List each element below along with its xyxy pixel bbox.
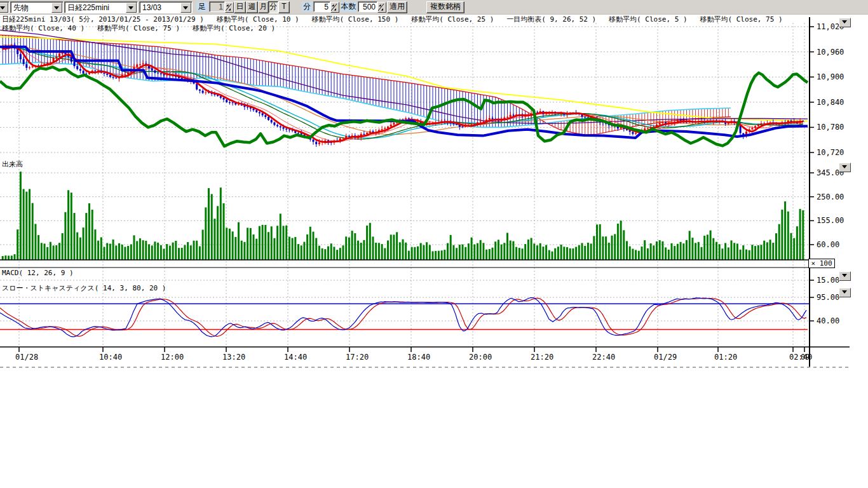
stoch-axis-label: 40.00 — [817, 316, 839, 325]
time-axis-label: 13:20 — [222, 353, 245, 362]
bar-type-label: 足 — [196, 2, 208, 11]
volume-axis-label: 155.00 — [817, 216, 844, 225]
chevron-down-icon — [842, 290, 847, 296]
chevron-down-icon — [842, 165, 847, 171]
time-axis-label: 22:40 — [592, 353, 615, 362]
stoch-scale-dropdown-button[interactable] — [839, 288, 851, 297]
symbol-combo-value: 日経225mini — [67, 3, 109, 13]
time-axis-label: 14:40 — [284, 353, 307, 362]
price-axis-label: 10,780 — [817, 123, 844, 132]
volume-pane-label: 出来高 — [2, 159, 23, 169]
time-axis-label: 09 — [801, 353, 810, 362]
multi-symbol-button[interactable]: 複数銘柄 — [426, 1, 465, 13]
minute-value-spinner[interactable]: 5 — [313, 1, 330, 12]
app-window: 11,02010,96010,90010,84010,78010,720345.… — [0, 0, 868, 488]
volume-multiplier-badge: × 100 — [808, 259, 835, 268]
monthly-button[interactable]: 月 — [258, 1, 269, 13]
tick-button[interactable]: T — [278, 1, 290, 13]
bar-interval-spinner[interactable]: 1 — [209, 1, 225, 12]
time-axis-label: 21:20 — [531, 353, 553, 362]
category-combo[interactable]: 先物 — [10, 1, 64, 13]
chevron-down-icon — [842, 20, 847, 26]
apply-button[interactable]: 適用 — [387, 1, 407, 13]
indicator-header-line1: 日経225mini 13/03( 5分, 2013/01/25 - 2013/0… — [2, 15, 783, 24]
chevron-down-icon — [842, 274, 847, 280]
category-combo-value: 先物 — [13, 3, 29, 13]
chevron-down-icon[interactable] — [51, 3, 62, 13]
macd-pane-label: MACD( 12, 26, 9 ) — [2, 269, 74, 277]
chevron-down-icon[interactable] — [0, 3, 8, 13]
chevron-down-icon[interactable] — [180, 3, 191, 13]
time-axis-label: 01/28 — [15, 353, 38, 362]
chevron-down-icon[interactable] — [126, 3, 137, 13]
weekly-button[interactable]: 週 — [246, 1, 258, 13]
spinner-updown-icon[interactable] — [330, 2, 339, 13]
spinner-updown-icon[interactable] — [377, 2, 386, 13]
chart-canvas[interactable]: 11,02010,96010,90010,84010,78010,720345.… — [0, 0, 868, 488]
time-axis-label: 20:00 — [469, 353, 492, 362]
minute-button[interactable]: 分 — [268, 1, 278, 13]
contract-month-combo[interactable]: 13/03 — [139, 1, 193, 13]
bar-count-label: 本数 — [341, 2, 356, 11]
volume-axis-label: 250.00 — [817, 193, 844, 201]
time-axis-label: 17:20 — [346, 353, 369, 362]
minute-label: 分 — [302, 2, 312, 11]
time-axis-label: 18:40 — [407, 353, 430, 362]
symbol-combo-partial[interactable] — [0, 1, 10, 13]
stoch-axis-label: 95.00 — [817, 293, 839, 302]
volume-axis-label: 60.00 — [817, 240, 839, 249]
spinner-updown-icon[interactable] — [225, 2, 234, 13]
price-axis-label: 10,720 — [817, 148, 844, 157]
main-scale-dropdown-button[interactable] — [839, 18, 851, 27]
daily-button[interactable]: 日 — [234, 1, 246, 13]
macd-axis-label: 15.00 — [817, 276, 839, 285]
time-axis-label: 01/29 — [654, 353, 677, 362]
time-axis-label: 01:20 — [714, 353, 737, 362]
volume-scale-dropdown-button[interactable] — [839, 163, 851, 172]
contract-month-value: 13/03 — [142, 3, 161, 13]
toolbar: 先物 日経225mini 13/03 足 1 日 週 月 分 T 分 5 本数 … — [0, 0, 868, 15]
indicator-header-line2: 移動平均( Close, 40 ) 移動平均( Close, 75 ) 移動平均… — [2, 24, 275, 33]
price-axis-label: 10,840 — [817, 98, 844, 107]
price-axis-label: 10,900 — [817, 72, 844, 81]
stoch-pane-label: スロー・ストキャスティクス( 14, 3, 80, 20 ) — [2, 283, 166, 293]
bar-count-spinner[interactable]: 500 — [358, 1, 377, 12]
time-axis-label: 10:40 — [99, 353, 122, 362]
macd-scale-dropdown-button[interactable] — [839, 271, 851, 281]
symbol-combo[interactable]: 日経225mini — [64, 1, 138, 13]
price-axis-label: 10,960 — [817, 48, 844, 57]
time-axis-label: 12:00 — [161, 353, 184, 362]
